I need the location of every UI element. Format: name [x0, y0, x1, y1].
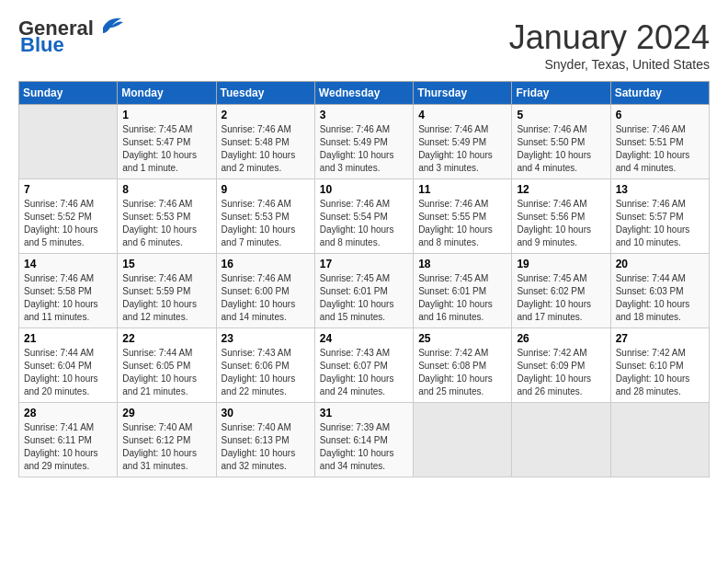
day-number: 4: [418, 109, 506, 121]
week-row-5: 28Sunrise: 7:41 AM Sunset: 6:11 PM Dayli…: [19, 403, 710, 477]
weekday-header-wednesday: Wednesday: [314, 82, 413, 105]
day-number: 9: [222, 183, 310, 196]
page-header: General Blue January 2024 Snyder, Texas,…: [18, 18, 710, 72]
day-number: 1: [122, 109, 210, 121]
day-info: Sunrise: 7:46 AM Sunset: 5:58 PM Dayligh…: [24, 272, 112, 324]
day-info: Sunrise: 7:45 AM Sunset: 6:01 PM Dayligh…: [418, 272, 506, 324]
calendar-cell: [414, 403, 512, 477]
calendar-cell: 2Sunrise: 7:46 AM Sunset: 5:48 PM Daylig…: [216, 105, 314, 179]
day-info: Sunrise: 7:42 AM Sunset: 6:10 PM Dayligh…: [616, 347, 704, 398]
calendar-cell: 24Sunrise: 7:43 AM Sunset: 6:07 PM Dayli…: [314, 328, 413, 403]
day-number: 19: [517, 258, 605, 270]
calendar-cell: 28Sunrise: 7:41 AM Sunset: 6:11 PM Dayli…: [19, 403, 118, 477]
calendar-cell: 29Sunrise: 7:40 AM Sunset: 6:12 PM Dayli…: [118, 403, 216, 477]
weekday-header-thursday: Thursday: [414, 82, 512, 105]
day-info: Sunrise: 7:45 AM Sunset: 5:47 PM Dayligh…: [122, 123, 210, 175]
day-number: 15: [122, 258, 210, 270]
calendar-cell: 4Sunrise: 7:46 AM Sunset: 5:49 PM Daylig…: [414, 105, 512, 179]
day-number: 26: [517, 332, 605, 345]
calendar-cell: 5Sunrise: 7:46 AM Sunset: 5:50 PM Daylig…: [512, 105, 610, 179]
day-info: Sunrise: 7:46 AM Sunset: 5:54 PM Dayligh…: [320, 198, 408, 249]
calendar-cell: 16Sunrise: 7:46 AM Sunset: 6:00 PM Dayli…: [216, 254, 314, 328]
day-info: Sunrise: 7:39 AM Sunset: 6:14 PM Dayligh…: [320, 421, 408, 473]
week-row-1: 1Sunrise: 7:45 AM Sunset: 5:47 PM Daylig…: [19, 105, 710, 179]
calendar-cell: 22Sunrise: 7:44 AM Sunset: 6:05 PM Dayli…: [118, 328, 216, 403]
day-info: Sunrise: 7:41 AM Sunset: 6:11 PM Dayligh…: [24, 421, 112, 473]
day-info: Sunrise: 7:46 AM Sunset: 5:49 PM Dayligh…: [320, 123, 408, 175]
weekday-header-friday: Friday: [512, 82, 610, 105]
calendar-cell: 10Sunrise: 7:46 AM Sunset: 5:54 PM Dayli…: [314, 179, 413, 254]
calendar-cell: 20Sunrise: 7:44 AM Sunset: 6:03 PM Dayli…: [610, 254, 709, 328]
day-info: Sunrise: 7:46 AM Sunset: 5:56 PM Dayligh…: [517, 198, 605, 249]
day-number: 25: [418, 332, 506, 345]
week-row-4: 21Sunrise: 7:44 AM Sunset: 6:04 PM Dayli…: [19, 328, 710, 403]
calendar-cell: 7Sunrise: 7:46 AM Sunset: 5:52 PM Daylig…: [19, 179, 118, 254]
calendar-cell: 25Sunrise: 7:42 AM Sunset: 6:08 PM Dayli…: [414, 328, 512, 403]
day-info: Sunrise: 7:45 AM Sunset: 6:02 PM Dayligh…: [517, 272, 605, 324]
weekday-header-sunday: Sunday: [19, 82, 118, 105]
weekday-header-row: SundayMondayTuesdayWednesdayThursdayFrid…: [19, 82, 710, 105]
week-row-3: 14Sunrise: 7:46 AM Sunset: 5:58 PM Dayli…: [19, 254, 710, 328]
day-info: Sunrise: 7:46 AM Sunset: 5:51 PM Dayligh…: [616, 123, 704, 175]
calendar-cell: 11Sunrise: 7:46 AM Sunset: 5:55 PM Dayli…: [414, 179, 512, 254]
day-info: Sunrise: 7:44 AM Sunset: 6:03 PM Dayligh…: [616, 272, 704, 324]
logo-blue-text: Blue: [20, 33, 64, 57]
day-info: Sunrise: 7:46 AM Sunset: 5:49 PM Dayligh…: [418, 123, 506, 175]
day-number: 30: [222, 407, 310, 419]
calendar-cell: [512, 403, 610, 477]
calendar-cell: 30Sunrise: 7:40 AM Sunset: 6:13 PM Dayli…: [216, 403, 314, 477]
day-number: 17: [320, 258, 408, 270]
calendar-cell: 27Sunrise: 7:42 AM Sunset: 6:10 PM Dayli…: [610, 328, 709, 403]
day-info: Sunrise: 7:46 AM Sunset: 5:48 PM Dayligh…: [222, 123, 310, 175]
day-number: 24: [320, 332, 408, 345]
calendar-table: SundayMondayTuesdayWednesdayThursdayFrid…: [18, 81, 710, 477]
calendar-cell: 26Sunrise: 7:42 AM Sunset: 6:09 PM Dayli…: [512, 328, 610, 403]
day-info: Sunrise: 7:46 AM Sunset: 5:50 PM Dayligh…: [517, 123, 605, 175]
day-number: 20: [616, 258, 704, 270]
day-number: 27: [616, 332, 704, 345]
day-number: 13: [616, 183, 704, 196]
day-info: Sunrise: 7:42 AM Sunset: 6:09 PM Dayligh…: [517, 347, 605, 398]
day-info: Sunrise: 7:42 AM Sunset: 6:08 PM Dayligh…: [418, 347, 506, 398]
day-info: Sunrise: 7:46 AM Sunset: 5:55 PM Dayligh…: [418, 198, 506, 249]
day-info: Sunrise: 7:43 AM Sunset: 6:06 PM Dayligh…: [222, 347, 310, 398]
logo: General Blue: [18, 18, 125, 57]
day-number: 29: [122, 407, 210, 419]
weekday-header-saturday: Saturday: [610, 82, 709, 105]
calendar-cell: 9Sunrise: 7:46 AM Sunset: 5:53 PM Daylig…: [216, 179, 314, 254]
day-number: 22: [122, 332, 210, 345]
day-info: Sunrise: 7:43 AM Sunset: 6:07 PM Dayligh…: [320, 347, 408, 398]
day-number: 23: [222, 332, 310, 345]
day-number: 21: [24, 332, 112, 345]
day-info: Sunrise: 7:45 AM Sunset: 6:01 PM Dayligh…: [320, 272, 408, 324]
day-info: Sunrise: 7:44 AM Sunset: 6:05 PM Dayligh…: [122, 347, 210, 398]
day-number: 2: [222, 109, 310, 121]
day-number: 5: [517, 109, 605, 121]
calendar-cell: 15Sunrise: 7:46 AM Sunset: 5:59 PM Dayli…: [118, 254, 216, 328]
day-info: Sunrise: 7:46 AM Sunset: 5:52 PM Dayligh…: [24, 198, 112, 249]
logo-bird-icon: [96, 15, 125, 35]
day-info: Sunrise: 7:46 AM Sunset: 5:59 PM Dayligh…: [122, 272, 210, 324]
calendar-cell: 1Sunrise: 7:45 AM Sunset: 5:47 PM Daylig…: [118, 105, 216, 179]
day-info: Sunrise: 7:40 AM Sunset: 6:13 PM Dayligh…: [222, 421, 310, 473]
day-info: Sunrise: 7:46 AM Sunset: 5:53 PM Dayligh…: [222, 198, 310, 249]
calendar-cell: 21Sunrise: 7:44 AM Sunset: 6:04 PM Dayli…: [19, 328, 118, 403]
day-number: 8: [122, 183, 210, 196]
calendar-cell: 18Sunrise: 7:45 AM Sunset: 6:01 PM Dayli…: [414, 254, 512, 328]
calendar-cell: 6Sunrise: 7:46 AM Sunset: 5:51 PM Daylig…: [610, 105, 709, 179]
calendar-cell: 31Sunrise: 7:39 AM Sunset: 6:14 PM Dayli…: [314, 403, 413, 477]
day-number: 6: [616, 109, 704, 121]
weekday-header-monday: Monday: [118, 82, 216, 105]
calendar-cell: 17Sunrise: 7:45 AM Sunset: 6:01 PM Dayli…: [314, 254, 413, 328]
day-number: 28: [24, 407, 112, 419]
title-block: January 2024 Snyder, Texas, United State…: [509, 18, 710, 72]
calendar-cell: 8Sunrise: 7:46 AM Sunset: 5:53 PM Daylig…: [118, 179, 216, 254]
weekday-header-tuesday: Tuesday: [216, 82, 314, 105]
calendar-cell: [610, 403, 709, 477]
calendar-cell: 13Sunrise: 7:46 AM Sunset: 5:57 PM Dayli…: [610, 179, 709, 254]
day-number: 3: [320, 109, 408, 121]
day-number: 12: [517, 183, 605, 196]
day-number: 14: [24, 258, 112, 270]
day-info: Sunrise: 7:46 AM Sunset: 5:53 PM Dayligh…: [122, 198, 210, 249]
calendar-cell: 12Sunrise: 7:46 AM Sunset: 5:56 PM Dayli…: [512, 179, 610, 254]
